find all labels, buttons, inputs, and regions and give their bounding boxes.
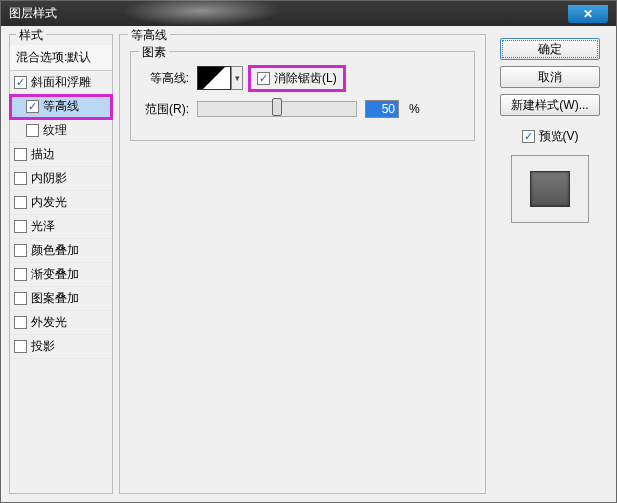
style-checkbox[interactable] bbox=[14, 292, 27, 305]
contour-swatch[interactable] bbox=[197, 66, 231, 90]
preview-swatch bbox=[530, 171, 570, 207]
styles-group: 样式 混合选项:默认 斜面和浮雕 等高线 纹理 bbox=[9, 34, 113, 494]
range-slider-thumb[interactable] bbox=[272, 98, 282, 116]
style-checkbox[interactable] bbox=[14, 148, 27, 161]
style-checkbox[interactable] bbox=[14, 268, 27, 281]
antialias-label: 消除锯齿(L) bbox=[274, 70, 337, 87]
ok-button[interactable]: 确定 bbox=[500, 38, 600, 60]
range-unit: % bbox=[409, 102, 420, 116]
dialog-body: 样式 混合选项:默认 斜面和浮雕 等高线 纹理 bbox=[1, 26, 616, 502]
styles-list: 混合选项:默认 斜面和浮雕 等高线 纹理 描 bbox=[10, 45, 112, 359]
preview-label: 预览(V) bbox=[539, 128, 579, 145]
style-item-gradient-overlay[interactable]: 渐变叠加 bbox=[10, 263, 112, 287]
style-checkbox[interactable] bbox=[14, 76, 27, 89]
style-label: 图案叠加 bbox=[31, 290, 79, 307]
style-label: 等高线 bbox=[43, 98, 79, 115]
center-panel: 等高线 图素 等高线: 消除锯齿(L) bbox=[119, 34, 486, 494]
style-checkbox[interactable] bbox=[14, 172, 27, 185]
style-item-stroke[interactable]: 描边 bbox=[10, 143, 112, 167]
window-title: 图层样式 bbox=[9, 5, 57, 22]
close-icon: ✕ bbox=[583, 7, 593, 21]
style-label: 投影 bbox=[31, 338, 55, 355]
style-checkbox[interactable] bbox=[26, 100, 39, 113]
contour-outer-label: 等高线 bbox=[128, 27, 170, 44]
titlebar[interactable]: 图层样式 ✕ bbox=[1, 1, 616, 26]
layer-style-dialog: 图层样式 ✕ 样式 混合选项:默认 斜面和浮雕 等高线 bbox=[0, 0, 617, 503]
style-checkbox[interactable] bbox=[14, 340, 27, 353]
style-label: 光泽 bbox=[31, 218, 55, 235]
close-button[interactable]: ✕ bbox=[568, 5, 608, 23]
preview-checkbox[interactable] bbox=[522, 130, 535, 143]
elements-group-label: 图素 bbox=[139, 44, 169, 61]
range-value-input[interactable]: 50 bbox=[365, 100, 399, 118]
style-label: 描边 bbox=[31, 146, 55, 163]
styles-group-label: 样式 bbox=[16, 27, 46, 44]
style-item-outer-glow[interactable]: 外发光 bbox=[10, 311, 112, 335]
antialias-wrapper: 消除锯齿(L) bbox=[251, 68, 343, 89]
contour-picker[interactable] bbox=[197, 66, 243, 90]
style-label: 内发光 bbox=[31, 194, 67, 211]
style-checkbox[interactable] bbox=[14, 220, 27, 233]
styles-panel: 样式 混合选项:默认 斜面和浮雕 等高线 纹理 bbox=[9, 34, 113, 494]
range-row-label: 范围(R): bbox=[141, 101, 189, 118]
titlebar-gloss bbox=[117, 0, 285, 26]
range-row: 范围(R): 50 % bbox=[141, 100, 464, 118]
style-item-contour[interactable]: 等高线 bbox=[10, 95, 112, 119]
right-panel: 确定 取消 新建样式(W)... 预览(V) bbox=[492, 34, 608, 494]
cancel-button[interactable]: 取消 bbox=[500, 66, 600, 88]
preview-toggle[interactable]: 预览(V) bbox=[522, 128, 579, 145]
contour-dropdown-button[interactable] bbox=[231, 66, 243, 90]
preview-box bbox=[511, 155, 589, 223]
style-item-texture[interactable]: 纹理 bbox=[10, 119, 112, 143]
contour-row-label: 等高线: bbox=[141, 70, 189, 87]
contour-row: 等高线: 消除锯齿(L) bbox=[141, 66, 464, 90]
style-item-satin[interactable]: 光泽 bbox=[10, 215, 112, 239]
style-checkbox[interactable] bbox=[26, 124, 39, 137]
style-item-pattern-overlay[interactable]: 图案叠加 bbox=[10, 287, 112, 311]
style-label: 纹理 bbox=[43, 122, 67, 139]
style-checkbox[interactable] bbox=[14, 244, 27, 257]
style-checkbox[interactable] bbox=[14, 196, 27, 209]
style-checkbox[interactable] bbox=[14, 316, 27, 329]
style-label: 外发光 bbox=[31, 314, 67, 331]
blend-options-header[interactable]: 混合选项:默认 bbox=[10, 45, 112, 71]
range-slider[interactable] bbox=[197, 101, 357, 117]
style-item-drop-shadow[interactable]: 投影 bbox=[10, 335, 112, 359]
style-label: 斜面和浮雕 bbox=[31, 74, 91, 91]
style-label: 渐变叠加 bbox=[31, 266, 79, 283]
new-style-button[interactable]: 新建样式(W)... bbox=[500, 94, 600, 116]
style-item-inner-glow[interactable]: 内发光 bbox=[10, 191, 112, 215]
style-label: 内阴影 bbox=[31, 170, 67, 187]
style-label: 颜色叠加 bbox=[31, 242, 79, 259]
style-item-color-overlay[interactable]: 颜色叠加 bbox=[10, 239, 112, 263]
elements-group: 图素 等高线: 消除锯齿(L) 范围(R): bbox=[130, 51, 475, 141]
antialias-checkbox[interactable] bbox=[257, 72, 270, 85]
style-item-bevel[interactable]: 斜面和浮雕 bbox=[10, 71, 112, 95]
contour-outer-group: 等高线 图素 等高线: 消除锯齿(L) bbox=[119, 34, 486, 494]
style-item-inner-shadow[interactable]: 内阴影 bbox=[10, 167, 112, 191]
